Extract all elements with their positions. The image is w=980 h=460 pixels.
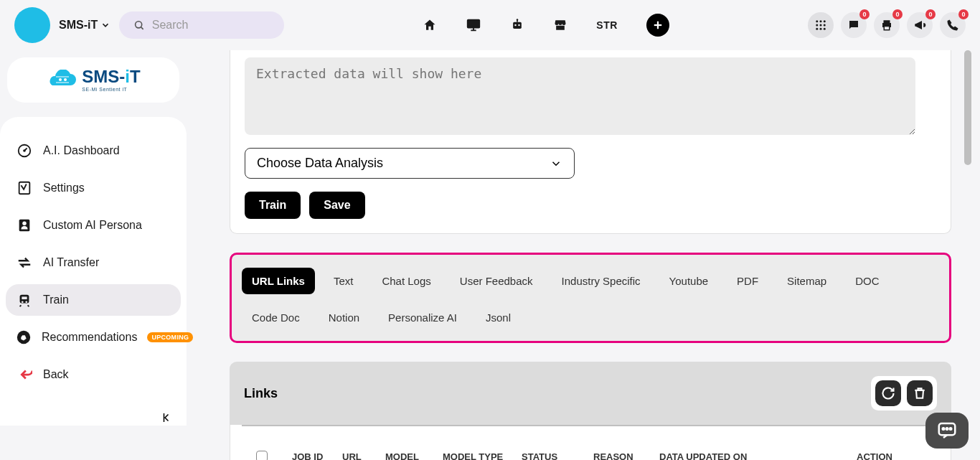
train-icon — [16, 291, 33, 309]
phone-badge: 0 — [958, 9, 969, 19]
brand-dropdown[interactable]: SMS-iT — [59, 19, 110, 32]
select-all-checkbox[interactable] — [256, 451, 268, 460]
sidebar-item-label: Settings — [43, 182, 85, 194]
tab-notion[interactable]: Notion — [319, 304, 369, 331]
transfer-icon — [16, 254, 33, 271]
refresh-button[interactable] — [875, 380, 901, 406]
svg-point-34 — [22, 301, 24, 303]
tab-user-feedback[interactable]: User Feedback — [450, 268, 543, 294]
svg-point-25 — [64, 78, 67, 81]
apps-icon — [814, 19, 827, 32]
svg-line-1 — [141, 27, 143, 29]
svg-point-14 — [824, 20, 826, 22]
svg-point-20 — [824, 28, 826, 30]
links-table: JOB ID URL MODEL MODEL TYPE STATUS REASO… — [230, 425, 951, 460]
th-reason: REASON — [593, 451, 652, 461]
apps-button[interactable] — [808, 12, 834, 38]
str-link[interactable]: STR — [596, 19, 618, 31]
sidebar-item-recommend[interactable]: Recommendations UPCOMING — [6, 321, 181, 353]
tab-personalize-ai[interactable]: Personalize AI — [378, 304, 467, 331]
th-status: STATUS — [522, 451, 586, 461]
top-nav-center: STR — [293, 14, 799, 37]
tab-text[interactable]: Text — [324, 268, 364, 294]
svg-point-24 — [59, 78, 62, 81]
sidebar-item-dashboard[interactable]: A.I. Dashboard — [6, 135, 181, 166]
svg-point-0 — [136, 22, 142, 28]
sidebar-item-persona[interactable]: Custom AI Persona — [6, 210, 181, 241]
svg-point-9 — [517, 19, 519, 21]
robot-icon[interactable] — [510, 18, 524, 32]
search-input[interactable] — [152, 19, 270, 32]
extracted-data-textarea[interactable] — [245, 57, 915, 135]
sidebar-item-label: Recommendations — [42, 331, 137, 344]
train-button[interactable]: Train — [245, 192, 301, 219]
announce-button[interactable]: 0 — [907, 12, 933, 38]
store-icon[interactable] — [553, 18, 567, 32]
sidebar-item-back[interactable]: Back — [6, 359, 181, 390]
add-button[interactable] — [646, 14, 669, 37]
chevron-down-icon — [100, 20, 110, 30]
svg-point-16 — [820, 24, 822, 27]
svg-rect-36 — [22, 296, 27, 299]
links-actions — [871, 376, 937, 410]
home-icon[interactable] — [423, 18, 437, 32]
tab-industry-specific[interactable]: Industry Specific — [552, 268, 651, 294]
persona-icon — [16, 217, 33, 234]
svg-point-29 — [23, 149, 26, 152]
upcoming-badge: UPCOMING — [147, 332, 193, 342]
svg-point-6 — [515, 24, 517, 27]
th-jobid: JOB ID — [292, 451, 335, 461]
th-modeltype: MODEL TYPE — [443, 451, 514, 461]
th-model: MODEL — [385, 451, 435, 461]
delete-all-button[interactable] — [907, 380, 933, 406]
chevron-down-icon — [550, 157, 562, 170]
print-badge: 0 — [892, 9, 903, 19]
avatar[interactable] — [14, 7, 50, 43]
tab-sitemap[interactable]: Sitemap — [777, 268, 837, 294]
collapse-icon — [161, 411, 174, 424]
tab-pdf[interactable]: PDF — [727, 268, 768, 294]
tab-chat-logs[interactable]: Chat Logs — [372, 268, 440, 294]
tab-doc[interactable]: DOC — [845, 268, 889, 294]
cloud-icon — [46, 70, 77, 91]
phone-button[interactable]: 0 — [940, 12, 966, 38]
svg-point-13 — [820, 20, 822, 22]
trash-icon — [913, 386, 927, 400]
extracted-data-card: Choose Data Analysis Train Save — [230, 50, 951, 234]
chat-icon — [847, 19, 860, 32]
chat-button[interactable]: 0 — [841, 12, 867, 38]
sidebar-item-label: Back — [43, 368, 69, 381]
recommend-icon — [16, 329, 32, 346]
megaphone-icon — [913, 19, 926, 32]
main-area: SMS-iT SE-Mi Sentient iT A.I. Dashboard … — [0, 50, 980, 460]
tab-url-links[interactable]: URL Links — [242, 268, 315, 294]
links-section: Links — [230, 362, 951, 460]
svg-point-32 — [22, 222, 27, 226]
tab-youtube[interactable]: Youtube — [659, 268, 719, 294]
chat-widget-icon — [936, 420, 958, 441]
search-box[interactable] — [119, 11, 284, 39]
logo: SMS-iT SE-Mi Sentient iT — [46, 68, 140, 92]
print-button[interactable]: 0 — [874, 12, 900, 38]
collapse-sidebar-button[interactable] — [161, 411, 174, 424]
svg-point-17 — [824, 24, 826, 27]
sidebar-item-settings[interactable]: Settings — [6, 172, 181, 204]
logo-subtitle: SE-Mi Sentient iT — [82, 87, 140, 92]
svg-point-19 — [820, 28, 822, 30]
data-analysis-select[interactable]: Choose Data Analysis — [245, 148, 575, 179]
save-button[interactable]: Save — [309, 192, 364, 219]
svg-point-12 — [816, 20, 818, 22]
svg-rect-23 — [884, 27, 890, 30]
monitor-icon[interactable] — [466, 17, 481, 33]
chat-widget-button[interactable] — [925, 413, 969, 449]
dashboard-icon — [16, 142, 33, 159]
search-icon — [133, 19, 145, 32]
sidebar-item-transfer[interactable]: AI Transfer — [6, 247, 181, 278]
svg-rect-2 — [468, 20, 480, 28]
svg-point-40 — [946, 428, 948, 430]
sidebar-item-train[interactable]: Train — [6, 284, 181, 316]
sidebar-item-label: AI Transfer — [43, 256, 99, 269]
svg-point-35 — [25, 301, 27, 303]
tab-code-doc[interactable]: Code Doc — [242, 304, 310, 331]
tab-jsonl[interactable]: Jsonl — [476, 304, 521, 331]
